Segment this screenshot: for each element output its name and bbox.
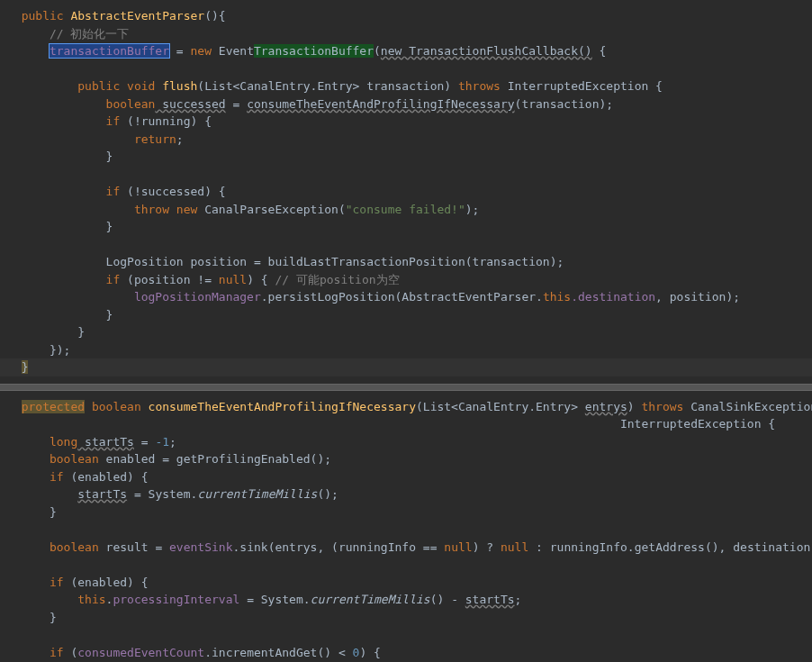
keyword-boolean: boolean xyxy=(50,540,99,554)
code-line[interactable]: startTs = System.currentTimeMillis(); xyxy=(0,485,812,503)
pane-divider[interactable] xyxy=(0,384,812,391)
static-method: currentTimeMillis xyxy=(311,593,430,606)
field: logPositionManager xyxy=(134,290,261,304)
rest: enabled = getProfilingEnabled(); xyxy=(99,452,331,466)
cond: (!running) { xyxy=(120,114,212,128)
keyword-boolean: boolean xyxy=(85,400,141,413)
keyword-return: return xyxy=(134,132,176,146)
eq: = System. xyxy=(239,593,310,606)
type: Event xyxy=(212,44,254,58)
code-line[interactable]: } xyxy=(0,218,812,236)
code-line[interactable]: InterruptedException { xyxy=(0,415,812,433)
code-block-2: protected boolean consumeTheEventAndProf… xyxy=(0,391,812,663)
keyword-this: this xyxy=(77,593,105,606)
code-line[interactable]: long startTs = -1; xyxy=(0,433,812,451)
code-line-empty[interactable] xyxy=(0,521,812,539)
code-line[interactable]: // 初始化一下 xyxy=(0,25,812,43)
inner-new: new TransactionFlushCallback() xyxy=(381,44,592,58)
code-line[interactable]: if (enabled) { xyxy=(0,574,812,592)
method-name: flush xyxy=(155,79,197,93)
sig: (List<CanalEntry.Entry> xyxy=(416,400,585,413)
code-line[interactable]: LogPosition position = buildLastTransact… xyxy=(0,253,812,271)
param: entrys xyxy=(585,400,627,413)
close-highlight: } xyxy=(22,360,29,374)
code-line[interactable]: boolean successed = consumeTheEventAndPr… xyxy=(0,95,812,113)
keyword-this: this xyxy=(543,290,571,304)
code-line[interactable]: return; xyxy=(0,131,812,149)
code-line[interactable]: boolean result = eventSink.sink(entrys, … xyxy=(0,539,812,557)
rest: ) { xyxy=(247,273,275,286)
code-line[interactable]: throw new CanalParseException("consume f… xyxy=(0,201,812,219)
code-line[interactable]: if (!successed) { xyxy=(0,183,812,201)
code-line-highlighted[interactable]: } xyxy=(0,358,812,376)
keyword-long: long xyxy=(50,435,77,449)
code-line[interactable]: } xyxy=(0,148,812,166)
semi: ; xyxy=(515,593,522,606)
close: } xyxy=(106,220,113,233)
method-call: consumeTheEventAndProfilingIfNecessary xyxy=(247,97,514,111)
type-highlight: TransactionBuffer xyxy=(254,44,374,58)
rest: () - xyxy=(430,593,465,606)
eq: = xyxy=(134,435,155,449)
var: startTs xyxy=(77,435,134,449)
keyword-if: if xyxy=(50,470,64,484)
code-line[interactable]: public AbstractEventParser(){ xyxy=(0,7,812,25)
code-line-empty[interactable] xyxy=(0,556,812,574)
code-line[interactable]: } xyxy=(0,503,812,521)
var: startTs xyxy=(465,593,515,606)
semi: ; xyxy=(176,132,184,146)
semi: ; xyxy=(169,435,176,449)
code-line[interactable]: if (consumedEventCount.incrementAndGet()… xyxy=(0,644,812,662)
exc: InterruptedException { xyxy=(501,79,663,93)
keyword-throws: throws xyxy=(458,79,501,93)
cond: ) { xyxy=(359,646,380,659)
close: } xyxy=(50,611,57,624)
brace: { xyxy=(592,44,607,58)
cond: ( xyxy=(64,646,78,659)
code-line[interactable]: protected boolean consumeTheEventAndProf… xyxy=(0,398,812,416)
keyword-null: null xyxy=(219,273,247,286)
code-line-empty[interactable] xyxy=(0,236,812,254)
sig: ) xyxy=(627,400,642,413)
code-line[interactable]: } xyxy=(0,306,812,324)
eq: = xyxy=(169,44,190,58)
code-line[interactable]: }); xyxy=(0,341,812,359)
close: } xyxy=(77,325,85,339)
code-line[interactable]: } xyxy=(0,323,812,341)
field: consumedEventCount xyxy=(77,646,204,659)
code-line[interactable]: } xyxy=(0,609,812,627)
keyword-new: new xyxy=(191,44,212,58)
dot: . xyxy=(261,290,268,304)
keyword-if: if xyxy=(50,576,64,589)
field-highlight: transactionBuffer xyxy=(50,44,169,58)
code-line[interactable]: logPositionManager.persistLogPosition(Ab… xyxy=(0,288,812,306)
eq: = System. xyxy=(127,487,197,501)
cond: (enabled) { xyxy=(64,470,149,484)
keyword-if: if xyxy=(106,273,121,286)
rest: .sink(entrys, (runningInfo == xyxy=(233,540,445,554)
code-line[interactable]: transactionBuffer = new EventTransaction… xyxy=(0,42,812,60)
code-line[interactable]: if (position != null) { // 可能position为空 xyxy=(0,271,812,289)
code-line[interactable]: if (enabled) { xyxy=(0,468,812,486)
method: persistLogPosition xyxy=(268,290,395,304)
keyword-public: public xyxy=(22,9,64,23)
field: eventSink xyxy=(169,540,232,554)
keyword-throws: throws xyxy=(641,400,683,413)
cond: (enabled) { xyxy=(64,576,149,589)
brace: { xyxy=(219,9,226,23)
close: }); xyxy=(50,343,70,357)
code-line-empty[interactable] xyxy=(0,626,812,644)
cond: (position != xyxy=(120,273,219,286)
code-line[interactable]: boolean enabled = getProfilingEnabled(); xyxy=(0,450,812,468)
field: processingInterval xyxy=(113,593,239,606)
code-line[interactable]: if (!running) { xyxy=(0,113,812,131)
code-line[interactable]: public void flush(List<CanalEntry.Entry>… xyxy=(0,77,812,95)
type: CanalParseException( xyxy=(197,203,345,216)
pos: , position); xyxy=(655,290,740,304)
keyword-boolean: boolean xyxy=(106,97,156,111)
code-line-empty[interactable] xyxy=(0,60,812,78)
code-line-empty[interactable] xyxy=(0,166,812,184)
eq: = xyxy=(226,97,247,111)
keyword-boolean: boolean xyxy=(50,452,99,466)
code-line[interactable]: this.processingInterval = System.current… xyxy=(0,591,812,609)
